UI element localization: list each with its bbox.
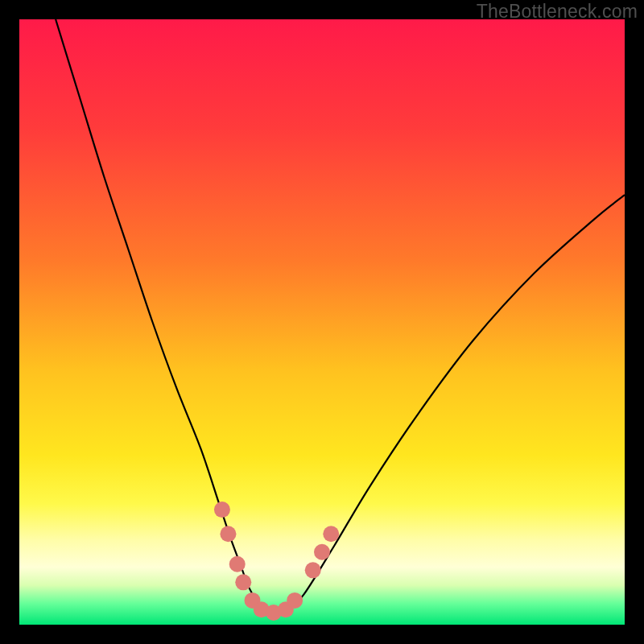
highlight-dot [314,544,330,560]
highlight-dot [235,574,251,590]
highlight-dot [287,592,303,609]
highlight-dot [323,526,339,542]
bottleneck-chart [19,19,625,625]
highlight-dot [214,502,230,518]
chart-frame [19,19,625,625]
highlight-dot [305,562,321,578]
highlight-dot [220,526,236,542]
gradient-background [19,19,625,625]
highlight-dot [229,556,246,572]
